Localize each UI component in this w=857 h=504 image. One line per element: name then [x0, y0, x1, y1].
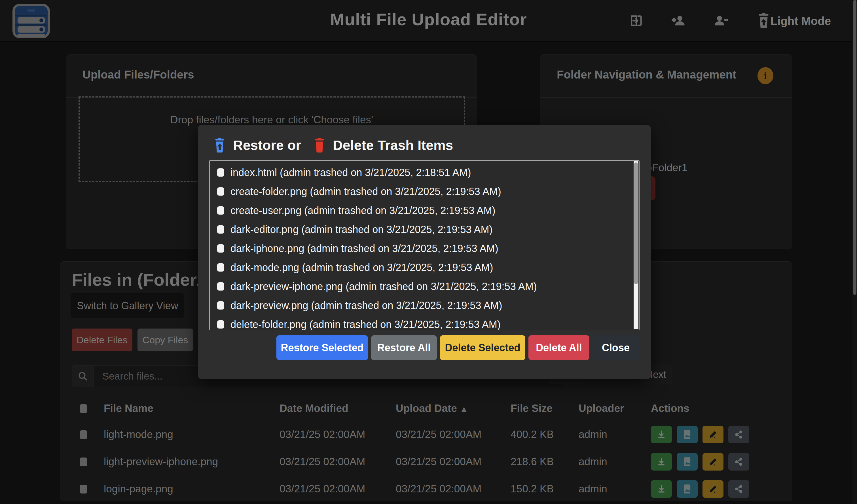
item-checkbox[interactable] [217, 187, 224, 196]
list-scrollbar[interactable] [634, 161, 638, 329]
list-scrollbar-thumb[interactable] [634, 163, 638, 284]
trash-item-label: dark-editor.png (admin trashed on 3/21/2… [231, 224, 493, 236]
item-checkbox[interactable] [217, 244, 224, 253]
delete-trash-icon [313, 137, 326, 153]
item-checkbox[interactable] [217, 168, 224, 177]
trash-item: create-folder.png (admin trashed on 3/21… [210, 182, 639, 201]
trash-item: index.html (admin trashed on 3/21/2025, … [210, 163, 639, 182]
item-checkbox[interactable] [217, 282, 224, 290]
item-checkbox[interactable] [217, 263, 224, 272]
trash-item: delete-folder.png (admin trashed on 3/21… [210, 315, 639, 330]
delete-all-button[interactable]: Delete All [528, 335, 589, 360]
trash-modal: Restore or Delete Trash Items index.html… [198, 125, 651, 379]
modal-title-delete: Delete Trash Items [333, 137, 453, 153]
trash-items-list: index.html (admin trashed on 3/21/2025, … [209, 160, 640, 330]
trash-item: create-user.png (admin trashed on 3/21/2… [210, 201, 639, 220]
trash-item-label: dark-preview.png (admin trashed on 3/21/… [231, 300, 502, 312]
trash-item: dark-iphone.png (admin trashed on 3/21/2… [210, 239, 639, 258]
trash-item: dark-mode.png (admin trashed on 3/21/202… [210, 258, 639, 277]
restore-selected-button[interactable]: Restore Selected [276, 335, 368, 360]
trash-modal-title: Restore or Delete Trash Items [213, 137, 453, 153]
item-checkbox[interactable] [217, 206, 224, 215]
trash-item-label: delete-folder.png (admin trashed on 3/21… [231, 319, 501, 331]
trash-item-label: dark-preview-iphone.png (admin trashed o… [231, 281, 537, 292]
trash-item-label: create-folder.png (admin trashed on 3/21… [231, 186, 501, 198]
trash-item-label: dark-mode.png (admin trashed on 3/21/202… [231, 262, 493, 273]
modal-button-row: Restore Selected Restore All Delete Sele… [276, 335, 639, 360]
item-checkbox[interactable] [217, 225, 224, 234]
item-checkbox[interactable] [217, 301, 224, 309]
close-button[interactable]: Close [592, 335, 639, 360]
restore-trash-icon [213, 137, 226, 153]
trash-item-label: create-user.png (admin trashed on 3/21/2… [231, 205, 495, 217]
trash-item-label: index.html (admin trashed on 3/21/2025, … [231, 167, 471, 179]
trash-item: dark-preview-iphone.png (admin trashed o… [210, 277, 639, 296]
trash-item: dark-editor.png (admin trashed on 3/21/2… [210, 220, 639, 239]
restore-all-button[interactable]: Restore All [371, 335, 437, 360]
modal-title-restore: Restore or [233, 137, 301, 153]
trash-item-label: dark-iphone.png (admin trashed on 3/21/2… [231, 242, 498, 255]
item-checkbox[interactable] [217, 320, 224, 329]
delete-selected-button[interactable]: Delete Selected [440, 335, 525, 360]
trash-item: dark-preview.png (admin trashed on 3/21/… [210, 296, 639, 315]
